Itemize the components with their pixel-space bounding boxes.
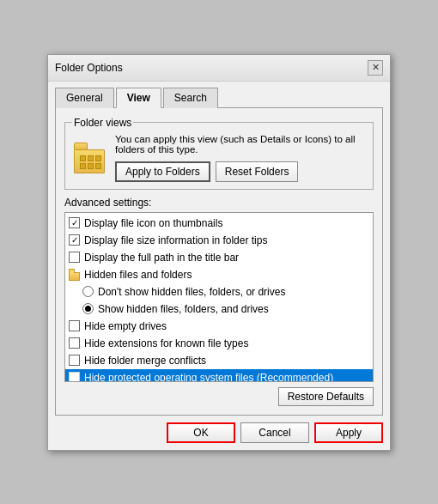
cancel-button[interactable]: Cancel xyxy=(240,422,309,443)
setting-label: Hide folder merge conflicts xyxy=(84,355,206,367)
advanced-settings-label: Advanced settings: xyxy=(64,197,374,209)
grid-cell xyxy=(80,163,86,169)
folder-views-buttons: Apply to Folders Reset Folders xyxy=(115,161,366,182)
folder-icon xyxy=(72,143,106,173)
setting-hidden-files-folder: Hidden files and folders xyxy=(65,266,373,283)
setting-label: Hide protected operating system files (R… xyxy=(84,372,333,382)
folder-grid xyxy=(80,155,101,169)
folder-views-group: Folder views xyxy=(64,117,374,190)
checkbox-hide-empty-drives[interactable] xyxy=(69,320,80,331)
setting-hide-extensions[interactable]: Hide extensions for known file types xyxy=(65,335,373,352)
grid-cell xyxy=(80,155,86,161)
tab-search[interactable]: Search xyxy=(163,88,218,108)
setting-display-file-size[interactable]: Display file size information in folder … xyxy=(65,232,373,249)
folder-views-text-block: You can apply this view (such as Details… xyxy=(115,134,366,182)
setting-show-hidden[interactable]: Show hidden files, folders, and drives xyxy=(65,301,373,318)
apply-to-folders-button[interactable]: Apply to Folders xyxy=(115,161,210,182)
setting-label: Hidden files and folders xyxy=(84,269,192,281)
tabs-bar: General View Search xyxy=(48,82,390,107)
grid-cell xyxy=(88,155,94,161)
setting-label: Show hidden files, folders, and drives xyxy=(98,303,269,315)
bottom-right-buttons: OK Cancel Apply xyxy=(167,422,383,443)
setting-dont-show-hidden[interactable]: Don't show hidden files, folders, or dri… xyxy=(65,283,373,301)
restore-defaults-button[interactable]: Restore Defaults xyxy=(278,387,374,406)
folder-views-content: You can apply this view (such as Details… xyxy=(72,134,366,182)
radio-filled-indicator xyxy=(85,306,91,312)
setting-hide-empty-drives[interactable]: Hide empty drives xyxy=(65,318,373,335)
tab-view[interactable]: View xyxy=(116,88,161,108)
apply-button[interactable]: Apply xyxy=(314,422,383,443)
reset-folders-button[interactable]: Reset Folders xyxy=(216,161,299,182)
title-bar: Folder Options ✕ xyxy=(48,55,390,82)
setting-label: Display file size information in folder … xyxy=(84,234,267,246)
checkbox-hide-extensions[interactable] xyxy=(69,337,80,349)
setting-label: Display file icon on thumbnails xyxy=(84,217,222,229)
checkbox-display-full-path[interactable] xyxy=(69,252,80,263)
grid-cell xyxy=(88,163,94,169)
setting-label: Display the full path in the title bar xyxy=(84,252,239,264)
settings-list-container[interactable]: Display file icon on thumbnails Display … xyxy=(64,212,374,382)
folder-views-description: You can apply this view (such as Details… xyxy=(115,134,366,155)
checkbox-display-file-icon[interactable] xyxy=(69,217,80,228)
folder-tab xyxy=(74,143,88,149)
folder-options-dialog: Folder Options ✕ General View Search Fol… xyxy=(47,54,391,451)
setting-display-full-path[interactable]: Display the full path in the title bar xyxy=(65,249,373,266)
close-button[interactable]: ✕ xyxy=(368,60,383,76)
radio-dont-show-hidden[interactable] xyxy=(82,286,94,297)
settings-list: Display file icon on thumbnails Display … xyxy=(65,213,373,382)
setting-hide-protected-os[interactable]: Hide protected operating system files (R… xyxy=(65,369,373,382)
tab-view-content: Folder views xyxy=(55,107,383,416)
checkbox-hide-protected-os[interactable] xyxy=(69,372,80,382)
folder-body xyxy=(74,149,105,173)
setting-display-file-icon[interactable]: Display file icon on thumbnails xyxy=(65,215,373,232)
bottom-buttons-bar: OK Cancel Apply xyxy=(48,416,390,450)
radio-show-hidden[interactable] xyxy=(82,303,94,314)
grid-cell xyxy=(95,163,101,169)
setting-label: Hide extensions for known file types xyxy=(84,337,248,349)
dialog-title: Folder Options xyxy=(55,62,123,74)
checkbox-hide-folder-merge[interactable] xyxy=(69,355,80,366)
tab-general[interactable]: General xyxy=(55,88,114,108)
restore-defaults-row: Restore Defaults xyxy=(64,387,374,406)
setting-label: Hide empty drives xyxy=(84,320,167,332)
grid-cell xyxy=(95,155,101,161)
folder-views-legend: Folder views xyxy=(72,117,133,129)
checkbox-display-file-size[interactable] xyxy=(69,234,80,246)
setting-hide-folder-merge[interactable]: Hide folder merge conflicts xyxy=(65,352,373,369)
setting-label: Don't show hidden files, folders, or dri… xyxy=(98,286,285,298)
ok-button[interactable]: OK xyxy=(167,422,235,443)
